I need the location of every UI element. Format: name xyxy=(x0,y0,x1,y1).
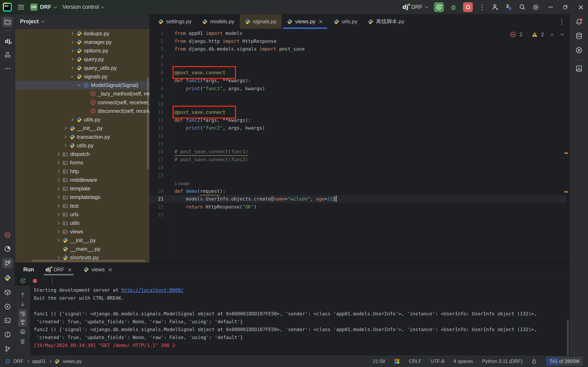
tree-item[interactable]: utils.py xyxy=(15,116,149,124)
more-icon[interactable] xyxy=(2,63,13,74)
dictionary-icon[interactable]: A xyxy=(574,63,584,74)
tree-item[interactable]: query.py xyxy=(15,55,149,64)
close-icon[interactable]: × xyxy=(108,267,112,273)
notifications-icon[interactable] xyxy=(574,17,584,27)
services-icon[interactable] xyxy=(2,301,13,312)
structure-icon[interactable] xyxy=(2,50,13,60)
printer-icon[interactable] xyxy=(18,327,27,336)
stop-button[interactable] xyxy=(463,2,473,12)
prev-problem-button[interactable] xyxy=(550,34,554,37)
tree-item[interactable]: middleware xyxy=(15,176,149,184)
restore-button[interactable] xyxy=(563,4,568,10)
line-separator-widget[interactable]: CRLF xyxy=(409,359,422,364)
tree-item[interactable]: urls xyxy=(15,210,149,219)
tab-signals.py[interactable]: signals.py xyxy=(240,14,282,29)
tree-item[interactable]: manager.py xyxy=(15,38,149,46)
inspections-widget[interactable]: 2 2 xyxy=(510,31,563,38)
settings-button[interactable] xyxy=(532,3,539,11)
tree-item[interactable]: lookups.py xyxy=(15,29,149,38)
tree-item[interactable]: CModelSignal(Signal) xyxy=(15,81,149,90)
todo-icon[interactable] xyxy=(2,329,13,340)
run-icon[interactable] xyxy=(2,258,13,268)
tree-item[interactable]: mdisconnect(self, receiver=N xyxy=(15,107,149,115)
tree-item[interactable]: __init__.py xyxy=(15,124,149,133)
stop-run-button[interactable] xyxy=(32,278,38,284)
terminal-icon[interactable] xyxy=(2,315,13,325)
caret-position[interactable]: 21:58 xyxy=(373,359,385,364)
project-panel-header[interactable]: Project xyxy=(15,14,149,29)
tree-item[interactable]: transaction.py xyxy=(15,133,149,141)
soft-wrap-icon[interactable] xyxy=(18,309,27,318)
breadcrumb-file[interactable]: views.py xyxy=(63,359,82,364)
interpreter-widget[interactable]: Python 3.11 (DRF) xyxy=(482,359,522,364)
project-folder-icon[interactable] xyxy=(2,17,13,27)
tab-list-button[interactable]: ⋮ xyxy=(559,18,570,25)
tree-item[interactable]: __init__.py xyxy=(15,236,149,245)
translate-button[interactable]: A xyxy=(505,3,513,11)
tab-urls.py[interactable]: urls.py xyxy=(329,14,363,29)
trash-icon[interactable] xyxy=(18,337,27,346)
tree-item[interactable]: template xyxy=(15,184,149,193)
tree-item[interactable]: options.py xyxy=(15,47,149,55)
project-vertical-scrollbar[interactable] xyxy=(147,77,149,169)
breadcrumb-project[interactable]: DRF xyxy=(13,359,24,364)
project-horizontal-scrollbar[interactable] xyxy=(31,260,146,262)
tab-settings.py[interactable]: settings.py xyxy=(153,14,197,29)
run-console[interactable]: Starting development server at http://lo… xyxy=(15,286,570,355)
close-button[interactable]: × xyxy=(578,3,584,11)
rerun-button[interactable] xyxy=(434,2,444,12)
close-icon[interactable]: × xyxy=(67,267,72,273)
code-with-me-button[interactable] xyxy=(492,3,499,11)
vcs-widget[interactable]: Version control xyxy=(62,4,104,10)
git-branch-icon[interactable] xyxy=(2,344,13,354)
tree-item[interactable]: __main__.py xyxy=(15,245,149,253)
arrow-up-icon[interactable] xyxy=(18,291,27,299)
tree-item[interactable]: signals.py xyxy=(15,72,149,81)
console-link[interactable]: http://localhost:8000/ xyxy=(121,287,184,293)
tree-item[interactable]: utils.py xyxy=(15,141,149,150)
tab-models.py[interactable]: models.py xyxy=(197,14,240,29)
unlocked-icon[interactable] xyxy=(531,359,537,364)
main-menu-button[interactable] xyxy=(18,5,24,9)
tree-item[interactable]: query_utils.py xyxy=(15,64,149,72)
ime-windows-icon[interactable] xyxy=(394,359,400,364)
tree-item[interactable]: m_lazy_method(self, metho xyxy=(15,90,149,98)
rerun-run-button[interactable] xyxy=(20,278,26,284)
packages-icon[interactable] xyxy=(2,287,13,297)
close-icon[interactable]: × xyxy=(318,18,323,25)
editor[interactable]: 1from app01 import models2from django.ht… xyxy=(150,29,570,263)
django-icon[interactable]: dj xyxy=(2,36,13,46)
error-stripe-mark[interactable] xyxy=(564,152,568,154)
tab-离线脚本.py[interactable]: 离线脚本.py xyxy=(363,14,409,29)
indent-widget[interactable]: 4 spaces xyxy=(453,359,473,364)
run-configuration-widget[interactable]: dj DRF xyxy=(402,4,428,10)
sciview-icon[interactable] xyxy=(574,45,584,55)
tree-item[interactable]: test xyxy=(15,201,149,210)
tree-item[interactable]: utils xyxy=(15,219,149,227)
breadcrumb-package[interactable]: app01 xyxy=(32,359,46,364)
tab-views.py[interactable]: views.py× xyxy=(282,14,328,29)
search-everywhere-button[interactable] xyxy=(519,4,526,11)
database-icon[interactable] xyxy=(574,31,584,41)
tree-item[interactable]: forms xyxy=(15,158,149,167)
tree-item[interactable]: views xyxy=(15,227,149,236)
tree-item[interactable]: mconnect(self, receiver, sen xyxy=(15,98,149,107)
run-tab-DRF[interactable]: djDRF× xyxy=(44,263,74,276)
more-actions-button[interactable]: ⋮ xyxy=(479,4,486,10)
run-more-button[interactable]: ⋮ xyxy=(50,278,55,284)
python-console-icon[interactable] xyxy=(2,273,13,283)
arrow-down-icon[interactable] xyxy=(18,300,27,308)
encoding-widget[interactable]: UTF-8 xyxy=(431,359,444,364)
next-problem-button[interactable] xyxy=(561,32,564,36)
usage-inlay-hint[interactable]: 1 usage xyxy=(175,181,190,186)
run-tab-views[interactable]: views× xyxy=(82,263,114,276)
pie-chart-icon[interactable] xyxy=(2,244,13,254)
scroll-to-end-icon[interactable] xyxy=(18,318,27,327)
tree-item[interactable]: dispatch xyxy=(15,150,149,158)
tree-item[interactable]: http xyxy=(15,167,149,176)
error-stripe-mark[interactable] xyxy=(564,191,568,192)
problems-red-icon[interactable] xyxy=(2,230,13,240)
project-widget[interactable]: DR DRF xyxy=(30,3,56,11)
tree-item[interactable]: templatetags xyxy=(15,193,149,201)
memory-indicator[interactable]: 741 of 2800M xyxy=(546,357,583,366)
